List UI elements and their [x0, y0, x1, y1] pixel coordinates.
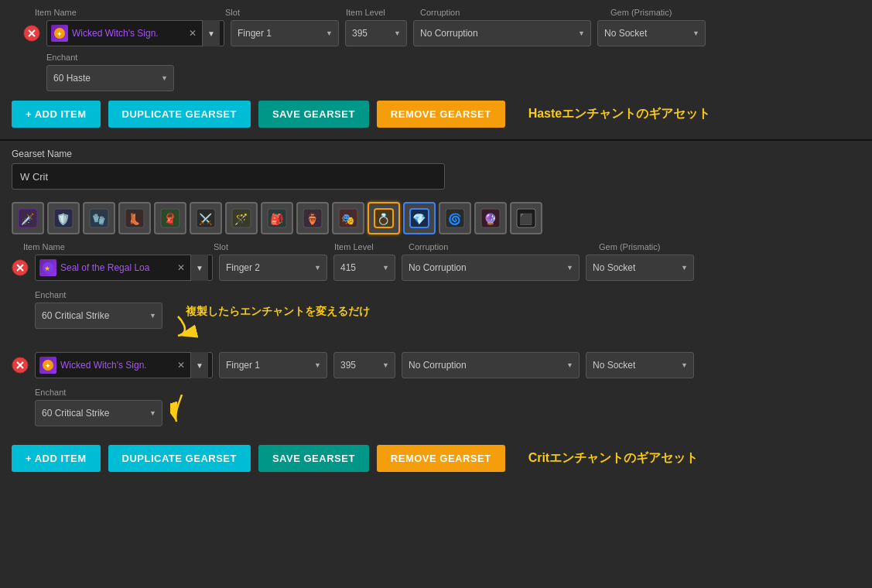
witch-gem-wrapper: No Socket	[586, 352, 694, 378]
witch-gem-select[interactable]: No Socket	[586, 352, 694, 378]
seal-enchant-section: Enchant 60 Critical Strike	[35, 290, 162, 329]
add-item-button-top[interactable]: + ADD ITEM	[12, 101, 101, 128]
col2-header-slot: Slot	[214, 242, 322, 251]
bottom-annotation: Critエンチャントのギアセット	[528, 450, 699, 467]
svg-text:🔮: 🔮	[484, 213, 498, 226]
table-row: ✦ Wicked Witch's Sign. ✕ ▼ Finger 1 395	[23, 20, 849, 46]
gear-slot-icon-12[interactable]: 💎	[403, 202, 436, 234]
arrow2-svg	[170, 395, 217, 426]
svg-text:⚔️: ⚔️	[199, 213, 213, 226]
column-headers-wcrit: Item Name Slot Item Level Corruption Gem…	[0, 242, 872, 251]
slot-select-wrapper: Finger 1	[231, 20, 339, 46]
witch-enchant-annotation: Enchant 60 Critical Strike	[12, 383, 860, 428]
gearset-name-section: Gearset Name	[0, 141, 872, 196]
gear-slot-icon-6[interactable]: ⚔️	[190, 202, 222, 234]
svg-text:💍: 💍	[377, 213, 391, 226]
col2-header-item-name: Item Name	[23, 242, 201, 251]
arrow2-area	[170, 395, 217, 428]
corruption-select[interactable]: No Corruption	[413, 20, 591, 46]
corruption-field: No Corruption	[413, 20, 591, 46]
duplicate-gearset-button-bottom[interactable]: DUPLICATE GEARSET	[108, 445, 251, 472]
gear-slot-icon-4[interactable]: 👢	[118, 202, 151, 234]
witch-enchant-select[interactable]: 60 Critical Strike	[35, 400, 162, 426]
seal-enchant-label: Enchant	[35, 290, 162, 299]
gear-slot-icon-7[interactable]: 🪄	[225, 202, 258, 234]
gear-slot-icon-9[interactable]: 🏺	[296, 202, 329, 234]
remove-witch-button[interactable]	[12, 357, 29, 374]
seal-dropdown-button[interactable]: ▼	[190, 255, 208, 281]
svg-text:🪄: 🪄	[234, 213, 248, 226]
gear-slot-icon-10[interactable]: 🎭	[332, 202, 364, 234]
item-dropdown-button[interactable]: ▼	[202, 20, 220, 46]
clear-seal-button[interactable]: ✕	[176, 262, 186, 273]
svg-text:💎: 💎	[412, 213, 426, 226]
gear-slot-icon-5[interactable]: 🧣	[154, 202, 186, 234]
seal-slot-field: Finger 2	[219, 255, 327, 281]
seal-slot-select[interactable]: Finger 2	[219, 255, 327, 281]
slot-select[interactable]: Finger 1	[231, 20, 339, 46]
item-icon: ✦	[51, 25, 68, 42]
gem-select-wrapper: No Socket	[597, 20, 706, 46]
seal-corruption-select[interactable]: No Corruption	[402, 255, 580, 281]
witch-enchant-label: Enchant	[35, 388, 162, 397]
gear-slot-icon-8[interactable]: 🎒	[261, 202, 293, 234]
remove-item-button[interactable]	[23, 25, 40, 42]
top-annotation: Hasteエンチャントのギアセット	[528, 106, 711, 122]
seal-slot-wrapper: Finger 2	[219, 255, 327, 281]
gear-slot-icon-14[interactable]: 🔮	[474, 202, 507, 234]
save-gearset-button-top[interactable]: SAVE GEARSET	[258, 101, 369, 128]
clear-item-button[interactable]: ✕	[187, 28, 198, 39]
gear-slot-icon-13[interactable]: 🌀	[439, 202, 471, 234]
duplicate-gearset-button-top[interactable]: DUPLICATE GEARSET	[108, 101, 251, 128]
enchant-section-top: Enchant 60 Haste	[46, 53, 849, 91]
svg-text:🧣: 🧣	[163, 213, 177, 226]
seal-ilvl-wrapper: 415	[333, 255, 395, 281]
gem-field: No Socket	[597, 20, 706, 46]
gear-slot-icon-3[interactable]: 🧤	[83, 202, 115, 234]
gearset-name-input[interactable]	[12, 163, 445, 190]
ilvl-select[interactable]: 395	[345, 20, 407, 46]
save-gearset-button-bottom[interactable]: SAVE GEARSET	[258, 445, 369, 472]
witch-enchant-section: Enchant 60 Critical Strike	[35, 388, 162, 426]
arrow-annotation-area: 複製したらエンチャントを変えるだけ	[170, 301, 464, 346]
remove-gearset-button-bottom[interactable]: REMOVE GEARSET	[377, 445, 505, 472]
witch-corruption-select[interactable]: No Corruption	[402, 352, 580, 378]
gear-slot-icon-15[interactable]: ⬛	[510, 202, 542, 234]
gear-slot-icon-11[interactable]: 💍	[368, 202, 400, 234]
svg-text:⬛: ⬛	[519, 213, 533, 226]
seal-gem-select[interactable]: No Socket	[586, 255, 694, 281]
item-name-box: ✦ Wicked Witch's Sign. ✕ ▼	[46, 20, 224, 46]
enchant-select-wrapper: 60 Haste	[46, 65, 174, 91]
section-wcrit: Gearset Name 🗡️ 🛡️ 🧤 👢 🧣 ⚔️ 🪄 🎒 🏺	[0, 141, 872, 480]
gear-slot-icon-1[interactable]: 🗡️	[12, 202, 44, 234]
gem-select[interactable]: No Socket	[597, 20, 706, 46]
add-item-button-bottom[interactable]: + ADD ITEM	[12, 445, 101, 472]
witch-corruption-field: No Corruption	[402, 352, 580, 378]
svg-text:複製したらエンチャントを変えるだけ: 複製したらエンチャントを変えるだけ	[185, 305, 370, 317]
witch-slot-select[interactable]: Finger 1	[219, 352, 327, 378]
svg-text:🎒: 🎒	[270, 213, 284, 226]
witch-name-box: ✦ Wicked Witch's Sign. ✕ ▼	[35, 352, 213, 378]
clear-witch-button[interactable]: ✕	[176, 360, 186, 371]
witch-ilvl-select[interactable]: 395	[333, 352, 395, 378]
witch-dropdown-button[interactable]: ▼	[190, 352, 208, 378]
enchant-select[interactable]: 60 Haste	[46, 65, 174, 91]
col-header-gem: Gem (Prismatic)	[610, 8, 719, 17]
svg-text:🧤: 🧤	[92, 213, 106, 226]
seal-enchant-select[interactable]: 60 Critical Strike	[35, 303, 162, 329]
svg-text:👢: 👢	[128, 213, 142, 226]
remove-gearset-button-top[interactable]: REMOVE GEARSET	[377, 101, 505, 128]
table-row: ★ Seal of the Regal Loa ✕ ▼ Finger 2 415	[12, 255, 860, 281]
seal-gem-field: No Socket	[586, 255, 694, 281]
seal-corruption-field: No Corruption	[402, 255, 580, 281]
witch-ilvl-field: 395	[333, 352, 395, 378]
seal-ilvl-select[interactable]: 415	[333, 255, 395, 281]
witch-enchant-wrapper: 60 Critical Strike	[35, 400, 162, 426]
svg-text:🛡️: 🛡️	[56, 213, 70, 226]
seal-name-box: ★ Seal of the Regal Loa ✕ ▼	[35, 255, 213, 281]
svg-text:🏺: 🏺	[306, 213, 320, 226]
svg-text:✦: ✦	[56, 30, 63, 38]
remove-seal-button[interactable]	[12, 259, 29, 276]
close-circle-icon	[12, 357, 29, 374]
gear-slot-icon-2[interactable]: 🛡️	[47, 202, 80, 234]
